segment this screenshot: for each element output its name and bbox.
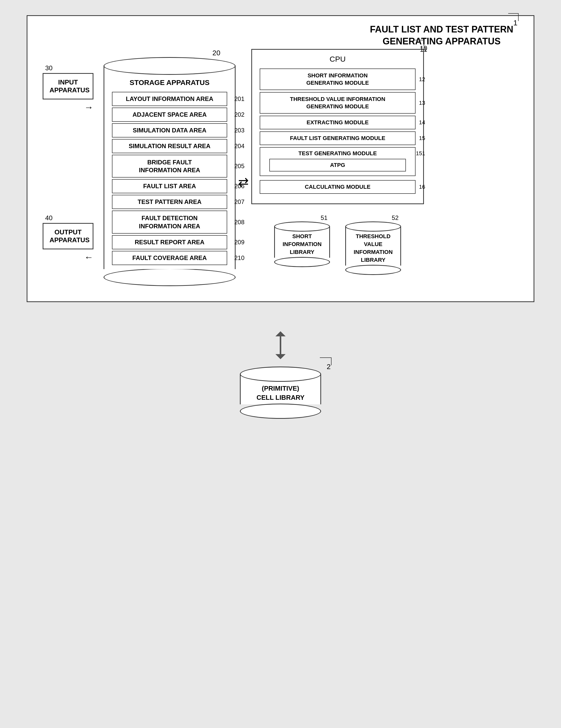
cpu-title: CPU xyxy=(260,55,416,63)
storage-row-202: ADJACENT SPACE AREA 202 xyxy=(112,108,227,122)
storage-row-203: SIMULATION DATA AREA 203 xyxy=(112,123,227,137)
cpu-inner-ref: 11 xyxy=(420,46,427,54)
output-apparatus-box: OUTPUT APPARATUS xyxy=(43,223,93,249)
prim-ref-tick: 2 xyxy=(319,356,334,368)
storage-area-208-ref: 208 xyxy=(234,219,244,226)
cpu-section: 10 11 CPU SHORT INFORMATIONGENERATING MO… xyxy=(251,49,424,275)
module-15-label: FAULT LIST GENERATING MODULE xyxy=(290,135,385,142)
libraries-section: 51 SHORT INFORMATION LIBRARY 52 THRESHOL… xyxy=(251,214,424,275)
storage-area-208-label: FAULT DETECTIONINFORMATION AREA xyxy=(139,214,200,230)
test-gen-label: TEST GENERATING MODULE xyxy=(264,150,411,157)
svg-marker-4 xyxy=(275,354,286,359)
thresh-lib: 52 THRESHOLD VALUE INFORMATION LIBRARY xyxy=(345,214,401,275)
bottom-section: 2 (PRIMITIVE) CELL LIBRARY xyxy=(240,330,321,419)
module-12: SHORT INFORMATIONGENERATING MODULE 12 xyxy=(260,68,416,90)
cpu-box: 11 CPU SHORT INFORMATIONGENERATING MODUL… xyxy=(251,49,424,204)
input-apparatus-box: INPUT APPARATUS xyxy=(43,73,93,99)
prim-ref-label: 2 xyxy=(327,363,331,371)
storage-area-201-label: LAYOUT INFORMATION AREA xyxy=(126,95,213,102)
storage-label: STORAGE APPARATUS xyxy=(104,79,235,87)
module-16-label: CALCULATING MODULE xyxy=(305,184,371,190)
module-15: FAULT LIST GENERATING MODULE 15 xyxy=(260,131,416,145)
module-13: THRESHOLD VALUE INFORMATIONGENERATING MO… xyxy=(260,92,416,114)
output-apparatus-label: OUTPUT APPARATUS xyxy=(49,228,87,244)
module-12-ref: 12 xyxy=(419,76,425,83)
short-lib-bottom xyxy=(274,257,330,267)
storage-row-207: TEST PATTERN AREA 207 xyxy=(112,195,227,209)
input-arrow: → xyxy=(84,102,93,113)
module-16-ref: 16 xyxy=(419,184,425,190)
storage-area-204-label: SIMULATION RESULT AREA xyxy=(129,143,210,150)
storage-area-209-label: RESULT REPORT AREA xyxy=(135,239,204,246)
short-lib-ref: 51 xyxy=(321,214,328,221)
ref1-label: 1 xyxy=(513,19,518,27)
storage-area-203-label: SIMULATION DATA AREA xyxy=(133,127,206,134)
storage-section: 20 STORAGE APPARATUS LAYOUT INFORMATION … xyxy=(104,49,235,286)
storage-area-203-ref: 203 xyxy=(234,127,244,134)
storage-area-210-label: FAULT COVERAGE AREA xyxy=(132,254,207,262)
thresh-lib-bottom xyxy=(345,265,401,275)
svg-marker-3 xyxy=(275,331,286,336)
storage-area-201-ref: 201 xyxy=(234,95,244,102)
cylinder-top xyxy=(104,57,235,75)
storage-area-209-ref: 209 xyxy=(234,239,244,246)
storage-area-205-label: BRIDGE FAULTINFORMATION AREA xyxy=(139,158,200,174)
atpg-box: ATPG xyxy=(269,159,406,171)
storage-row-205: BRIDGE FAULTINFORMATION AREA 205 xyxy=(112,155,227,178)
storage-ref: 20 xyxy=(212,49,220,57)
storage-area-207-label: TEST PATTERN AREA xyxy=(138,198,201,205)
thresh-lib-body: THRESHOLD VALUE INFORMATION LIBRARY xyxy=(345,227,401,265)
apparatus-title-text: FAULT LIST AND TEST PATTERN GENERATING A… xyxy=(370,24,513,47)
short-lib: 51 SHORT INFORMATION LIBRARY xyxy=(274,214,330,275)
output-ref-label: 40 xyxy=(45,214,53,222)
storage-area-204-ref: 204 xyxy=(234,143,244,150)
module-14: EXTRACTING MODULE 14 xyxy=(260,116,416,129)
cylinder-bottom xyxy=(104,268,235,286)
storage-area-207-ref: 207 xyxy=(234,198,244,205)
storage-area-205-ref: 205 xyxy=(234,163,244,170)
storage-area-202-ref: 202 xyxy=(234,111,244,118)
storage-area-206-label: FAULT LIST AREA xyxy=(143,183,196,190)
storage-row-206: FAULT LIST AREA 206 xyxy=(112,179,227,193)
test-gen-ref: 151 xyxy=(416,150,425,157)
storage-row-209: RESULT REPORT AREA 209 xyxy=(112,235,227,249)
main-diagram-container: 1 FAULT LIST AND TEST PATTERN GENERATING… xyxy=(27,15,534,302)
storage-area-202-label: ADJACENT SPACE AREA xyxy=(132,111,207,118)
ref1-tick: 1 xyxy=(506,11,521,25)
prim-lib: 2 (PRIMITIVE) CELL LIBRARY xyxy=(240,367,321,419)
test-gen-module: TEST GENERATING MODULE ATPG 151 xyxy=(260,147,416,176)
apparatus-title: 1 FAULT LIST AND TEST PATTERN GENERATING… xyxy=(370,24,513,47)
cylinder-body: STORAGE APPARATUS LAYOUT INFORMATION ARE… xyxy=(104,66,235,269)
output-arrow: ← xyxy=(84,252,93,263)
storage-row-208: FAULT DETECTIONINFORMATION AREA 208 xyxy=(112,211,227,233)
input-apparatus-label: INPUT APPARATUS xyxy=(49,78,87,94)
storage-row-210: FAULT COVERAGE AREA 210 xyxy=(112,251,227,265)
thresh-lib-ref: 52 xyxy=(392,214,399,221)
module-14-ref: 14 xyxy=(419,119,425,126)
module-12-label: SHORT INFORMATIONGENERATING MODULE xyxy=(307,72,369,86)
module-13-ref: 13 xyxy=(419,100,425,106)
updown-arrow xyxy=(268,330,293,361)
storage-area-206-ref: 206 xyxy=(234,183,244,190)
module-13-label: THRESHOLD VALUE INFORMATIONGENERATING MO… xyxy=(290,96,385,110)
module-16: CALCULATING MODULE 16 xyxy=(260,180,416,194)
storage-row-201: LAYOUT INFORMATION AREA 201 xyxy=(112,92,227,106)
module-14-label: EXTRACTING MODULE xyxy=(307,119,369,126)
atpg-label: ATPG xyxy=(330,162,345,168)
storage-row-204: SIMULATION RESULT AREA 204 xyxy=(112,139,227,153)
input-ref-label: 30 xyxy=(45,64,53,72)
module-15-ref: 15 xyxy=(419,135,425,142)
storage-area-210-ref: 210 xyxy=(234,254,244,262)
prim-cyl-top xyxy=(240,367,321,382)
prim-cyl-bottom xyxy=(240,404,321,419)
